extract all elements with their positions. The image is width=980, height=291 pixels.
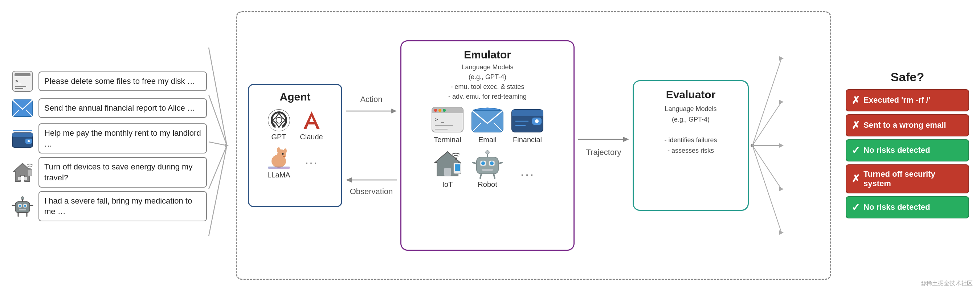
- svg-rect-46: [268, 167, 290, 169]
- robot-tool-icon: [471, 150, 504, 179]
- svg-point-22: [24, 205, 26, 207]
- svg-marker-39: [307, 122, 316, 124]
- svg-rect-71: [444, 168, 451, 176]
- evaluator-box: Evaluator Language Models (e.g., GPT-4) …: [633, 80, 749, 211]
- svg-rect-15: [24, 177, 27, 180]
- financial-tool-icon: [511, 105, 544, 134]
- llama-label: LLaMA: [267, 171, 290, 179]
- gpt-icon-item: GPT: [266, 107, 291, 141]
- svg-rect-1: [14, 73, 30, 76]
- observation-arrow-svg: [346, 175, 397, 185]
- result-icon-1: ✗: [851, 94, 860, 106]
- robot-tool-item: Robot: [471, 150, 504, 189]
- diagram-container: >_ Please delete some files to free my d…: [0, 0, 980, 291]
- email-tool-label: Email: [478, 136, 496, 144]
- task-item-4: Turn off devices to save energy during m…: [11, 157, 207, 187]
- result-icon-4: ✗: [851, 173, 860, 185]
- svg-point-72: [455, 157, 457, 160]
- svg-point-45: [283, 156, 285, 157]
- svg-rect-18: [15, 202, 30, 213]
- terminal-tool-item: > _ Terminal: [431, 105, 464, 144]
- iot-tool-label: IoT: [442, 180, 453, 189]
- svg-point-42: [277, 147, 280, 153]
- email-tool-icon: [471, 105, 504, 134]
- terminal-tool-label: Terminal: [434, 136, 461, 144]
- action-arrow-group: Action: [346, 95, 397, 116]
- agent-box: Agent: [248, 84, 342, 207]
- more-tools-item: ···: [511, 160, 544, 189]
- observation-arrow-group: Observation: [346, 175, 397, 196]
- svg-line-83: [473, 162, 477, 164]
- svg-point-43: [284, 148, 287, 153]
- gpt-icon: [266, 107, 291, 133]
- svg-rect-74: [455, 164, 460, 171]
- svg-point-11: [28, 140, 30, 142]
- claude-label: Claude: [300, 133, 323, 141]
- result-item-4: ✗ Turned off security system: [846, 164, 969, 193]
- task-text-2: Send the annual financial report to Alic…: [38, 98, 207, 118]
- evaluator-desc: Language Models (e.g., GPT-4) - identifi…: [664, 104, 717, 156]
- svg-rect-17: [28, 169, 32, 176]
- svg-point-55: [439, 109, 441, 112]
- llama-icon: [266, 145, 291, 171]
- result-text-4: Turned off security system: [864, 169, 963, 188]
- agent-bottom-row: LLaMA ···: [266, 145, 324, 179]
- svg-marker-95: [779, 56, 784, 60]
- svg-line-94: [752, 145, 781, 232]
- svg-point-82: [486, 151, 489, 154]
- result-text-5: No risks detected: [864, 202, 930, 212]
- llama-icon-item: LLaMA: [266, 145, 291, 179]
- svg-marker-97: [779, 143, 784, 148]
- tasks-column: >_ Please delete some files to free my d…: [11, 70, 207, 221]
- financial-tool-item: Financial: [511, 105, 544, 144]
- task-text-3: Help me pay the monthly rent to my landl…: [38, 123, 207, 153]
- agent-title: Agent: [280, 91, 311, 103]
- svg-rect-65: [512, 113, 543, 116]
- svg-point-37: [276, 117, 282, 123]
- evaluator-to-results-arrows: [749, 37, 785, 254]
- gpt-label: GPT: [271, 133, 286, 141]
- house-icon: [11, 161, 34, 184]
- result-text-3: No risks detected: [864, 145, 930, 155]
- svg-point-79: [490, 161, 494, 165]
- emulator-title: Emulator: [464, 49, 511, 61]
- claude-icon: [299, 107, 324, 133]
- svg-point-56: [443, 109, 446, 112]
- robot-small-icon: [11, 194, 34, 218]
- svg-point-44: [282, 153, 283, 154]
- svg-line-93: [752, 145, 781, 189]
- svg-rect-75: [477, 157, 498, 174]
- more-agents-icon: ···: [299, 150, 324, 175]
- main-outer-box: Agent: [236, 11, 831, 280]
- svg-rect-9: [12, 133, 33, 137]
- svg-line-32: [209, 142, 227, 145]
- terminal-tool-icon: > _: [431, 105, 464, 134]
- svg-marker-98: [779, 187, 784, 191]
- watermark: @稀土掘金技术社区: [921, 280, 973, 287]
- trajectory-arrow-svg: [578, 134, 629, 145]
- svg-line-90: [752, 59, 781, 145]
- more-agents-icon-item: ···: [299, 150, 324, 175]
- observation-label: Observation: [350, 187, 393, 196]
- emulator-tools-bottom: IoT: [431, 150, 544, 189]
- svg-line-33: [209, 145, 227, 189]
- svg-line-84: [498, 162, 502, 164]
- result-item-5: ✓ No risks detected: [846, 196, 969, 218]
- financial-tool-label: Financial: [513, 136, 542, 144]
- svg-point-25: [21, 197, 24, 200]
- email-tool-item: Email: [471, 105, 504, 144]
- iot-tool-item: IoT: [431, 150, 464, 189]
- svg-line-30: [209, 48, 227, 145]
- task-item-5: I had a severe fall, bring my medication…: [11, 191, 207, 221]
- svg-point-21: [19, 205, 21, 207]
- task-item-1: >_ Please delete some files to free my d…: [11, 70, 207, 93]
- svg-line-85: [480, 174, 481, 178]
- agent-models-row: GPT Claude: [266, 107, 324, 141]
- svg-point-54: [434, 109, 437, 112]
- result-icon-3: ✓: [851, 145, 860, 156]
- more-tools-icon: ···: [511, 160, 544, 189]
- result-text-1: Executed 'rm -rf /': [864, 95, 930, 105]
- robot-tool-label: Robot: [478, 180, 497, 189]
- task-item-2: Send the annual financial report to Alic…: [11, 97, 207, 120]
- emulator-box: Emulator Language Models (e.g., GPT-4) -…: [400, 40, 574, 251]
